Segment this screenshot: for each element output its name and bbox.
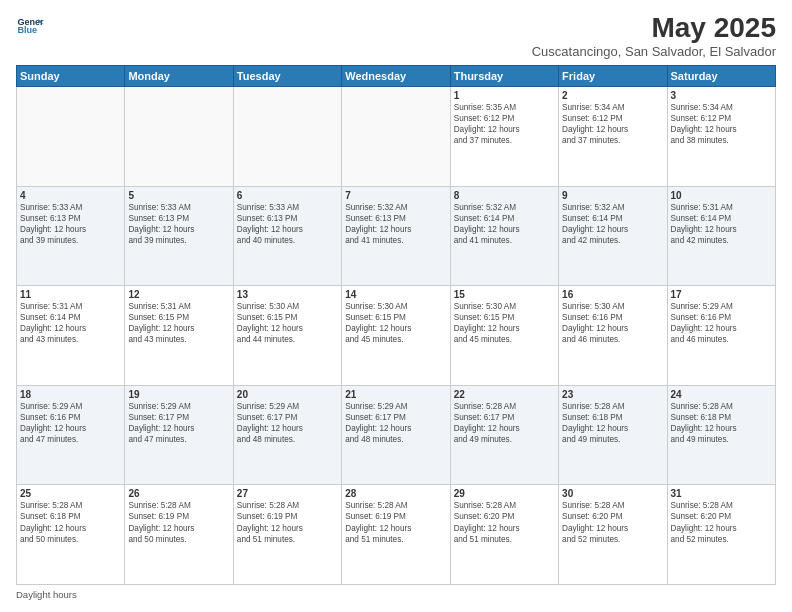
day-number: 14 [345,289,446,300]
day-info: Sunrise: 5:29 AM Sunset: 6:16 PM Dayligh… [20,401,121,445]
day-info: Sunrise: 5:30 AM Sunset: 6:15 PM Dayligh… [345,301,446,345]
location: Cuscatancingo, San Salvador, El Salvador [532,44,776,59]
day-number: 21 [345,389,446,400]
day-number: 24 [671,389,772,400]
day-info: Sunrise: 5:30 AM Sunset: 6:16 PM Dayligh… [562,301,663,345]
calendar-cell: 16Sunrise: 5:30 AM Sunset: 6:16 PM Dayli… [559,286,667,386]
calendar-cell: 17Sunrise: 5:29 AM Sunset: 6:16 PM Dayli… [667,286,775,386]
calendar-cell: 18Sunrise: 5:29 AM Sunset: 6:16 PM Dayli… [17,385,125,485]
day-number: 20 [237,389,338,400]
day-number: 12 [128,289,229,300]
day-info: Sunrise: 5:35 AM Sunset: 6:12 PM Dayligh… [454,102,555,146]
calendar-cell: 31Sunrise: 5:28 AM Sunset: 6:20 PM Dayli… [667,485,775,585]
day-info: Sunrise: 5:34 AM Sunset: 6:12 PM Dayligh… [562,102,663,146]
calendar-cell: 11Sunrise: 5:31 AM Sunset: 6:14 PM Dayli… [17,286,125,386]
day-number: 28 [345,488,446,499]
calendar-cell: 3Sunrise: 5:34 AM Sunset: 6:12 PM Daylig… [667,87,775,187]
calendar-cell: 4Sunrise: 5:33 AM Sunset: 6:13 PM Daylig… [17,186,125,286]
day-info: Sunrise: 5:33 AM Sunset: 6:13 PM Dayligh… [128,202,229,246]
day-number: 17 [671,289,772,300]
calendar-cell: 9Sunrise: 5:32 AM Sunset: 6:14 PM Daylig… [559,186,667,286]
calendar-cell: 25Sunrise: 5:28 AM Sunset: 6:18 PM Dayli… [17,485,125,585]
calendar-cell: 15Sunrise: 5:30 AM Sunset: 6:15 PM Dayli… [450,286,558,386]
day-info: Sunrise: 5:28 AM Sunset: 6:20 PM Dayligh… [562,500,663,544]
day-info: Sunrise: 5:29 AM Sunset: 6:16 PM Dayligh… [671,301,772,345]
day-info: Sunrise: 5:32 AM Sunset: 6:14 PM Dayligh… [454,202,555,246]
day-header-wednesday: Wednesday [342,66,450,87]
day-header-tuesday: Tuesday [233,66,341,87]
day-header-saturday: Saturday [667,66,775,87]
day-info: Sunrise: 5:31 AM Sunset: 6:15 PM Dayligh… [128,301,229,345]
title-block: May 2025 Cuscatancingo, San Salvador, El… [532,12,776,59]
day-number: 11 [20,289,121,300]
day-info: Sunrise: 5:30 AM Sunset: 6:15 PM Dayligh… [237,301,338,345]
calendar-cell: 1Sunrise: 5:35 AM Sunset: 6:12 PM Daylig… [450,87,558,187]
calendar-cell: 13Sunrise: 5:30 AM Sunset: 6:15 PM Dayli… [233,286,341,386]
calendar-cell: 12Sunrise: 5:31 AM Sunset: 6:15 PM Dayli… [125,286,233,386]
day-number: 30 [562,488,663,499]
day-info: Sunrise: 5:28 AM Sunset: 6:20 PM Dayligh… [671,500,772,544]
day-info: Sunrise: 5:33 AM Sunset: 6:13 PM Dayligh… [20,202,121,246]
logo: General Blue [16,12,44,40]
day-info: Sunrise: 5:29 AM Sunset: 6:17 PM Dayligh… [128,401,229,445]
day-number: 8 [454,190,555,201]
day-number: 6 [237,190,338,201]
week-row-3: 11Sunrise: 5:31 AM Sunset: 6:14 PM Dayli… [17,286,776,386]
week-row-1: 1Sunrise: 5:35 AM Sunset: 6:12 PM Daylig… [17,87,776,187]
day-number: 1 [454,90,555,101]
week-row-4: 18Sunrise: 5:29 AM Sunset: 6:16 PM Dayli… [17,385,776,485]
day-number: 4 [20,190,121,201]
calendar-cell: 14Sunrise: 5:30 AM Sunset: 6:15 PM Dayli… [342,286,450,386]
calendar-cell: 8Sunrise: 5:32 AM Sunset: 6:14 PM Daylig… [450,186,558,286]
calendar-cell: 21Sunrise: 5:29 AM Sunset: 6:17 PM Dayli… [342,385,450,485]
month-year: May 2025 [532,12,776,44]
day-number: 25 [20,488,121,499]
calendar-cell: 2Sunrise: 5:34 AM Sunset: 6:12 PM Daylig… [559,87,667,187]
day-info: Sunrise: 5:28 AM Sunset: 6:19 PM Dayligh… [237,500,338,544]
day-number: 22 [454,389,555,400]
day-number: 23 [562,389,663,400]
header: General Blue May 2025 Cuscatancingo, San… [16,12,776,59]
day-header-monday: Monday [125,66,233,87]
calendar-cell: 24Sunrise: 5:28 AM Sunset: 6:18 PM Dayli… [667,385,775,485]
day-header-sunday: Sunday [17,66,125,87]
calendar-cell: 26Sunrise: 5:28 AM Sunset: 6:19 PM Dayli… [125,485,233,585]
day-info: Sunrise: 5:32 AM Sunset: 6:13 PM Dayligh… [345,202,446,246]
calendar-cell: 20Sunrise: 5:29 AM Sunset: 6:17 PM Dayli… [233,385,341,485]
day-info: Sunrise: 5:34 AM Sunset: 6:12 PM Dayligh… [671,102,772,146]
logo-icon: General Blue [16,12,44,40]
calendar-cell: 29Sunrise: 5:28 AM Sunset: 6:20 PM Dayli… [450,485,558,585]
day-info: Sunrise: 5:30 AM Sunset: 6:15 PM Dayligh… [454,301,555,345]
day-info: Sunrise: 5:32 AM Sunset: 6:14 PM Dayligh… [562,202,663,246]
calendar-cell: 19Sunrise: 5:29 AM Sunset: 6:17 PM Dayli… [125,385,233,485]
day-number: 18 [20,389,121,400]
day-number: 15 [454,289,555,300]
day-number: 27 [237,488,338,499]
day-info: Sunrise: 5:28 AM Sunset: 6:18 PM Dayligh… [671,401,772,445]
day-number: 10 [671,190,772,201]
day-number: 7 [345,190,446,201]
day-info: Sunrise: 5:28 AM Sunset: 6:19 PM Dayligh… [128,500,229,544]
day-number: 29 [454,488,555,499]
day-info: Sunrise: 5:29 AM Sunset: 6:17 PM Dayligh… [345,401,446,445]
day-number: 31 [671,488,772,499]
day-number: 2 [562,90,663,101]
day-number: 3 [671,90,772,101]
calendar-cell: 7Sunrise: 5:32 AM Sunset: 6:13 PM Daylig… [342,186,450,286]
calendar-cell: 22Sunrise: 5:28 AM Sunset: 6:17 PM Dayli… [450,385,558,485]
day-number: 16 [562,289,663,300]
page: General Blue May 2025 Cuscatancingo, San… [0,0,792,612]
day-info: Sunrise: 5:29 AM Sunset: 6:17 PM Dayligh… [237,401,338,445]
day-info: Sunrise: 5:31 AM Sunset: 6:14 PM Dayligh… [20,301,121,345]
week-row-2: 4Sunrise: 5:33 AM Sunset: 6:13 PM Daylig… [17,186,776,286]
day-info: Sunrise: 5:33 AM Sunset: 6:13 PM Dayligh… [237,202,338,246]
calendar-table: SundayMondayTuesdayWednesdayThursdayFrid… [16,65,776,585]
calendar-cell: 27Sunrise: 5:28 AM Sunset: 6:19 PM Dayli… [233,485,341,585]
day-info: Sunrise: 5:28 AM Sunset: 6:20 PM Dayligh… [454,500,555,544]
header-row: SundayMondayTuesdayWednesdayThursdayFrid… [17,66,776,87]
day-number: 5 [128,190,229,201]
calendar-cell: 30Sunrise: 5:28 AM Sunset: 6:20 PM Dayli… [559,485,667,585]
day-header-friday: Friday [559,66,667,87]
day-header-thursday: Thursday [450,66,558,87]
day-number: 19 [128,389,229,400]
